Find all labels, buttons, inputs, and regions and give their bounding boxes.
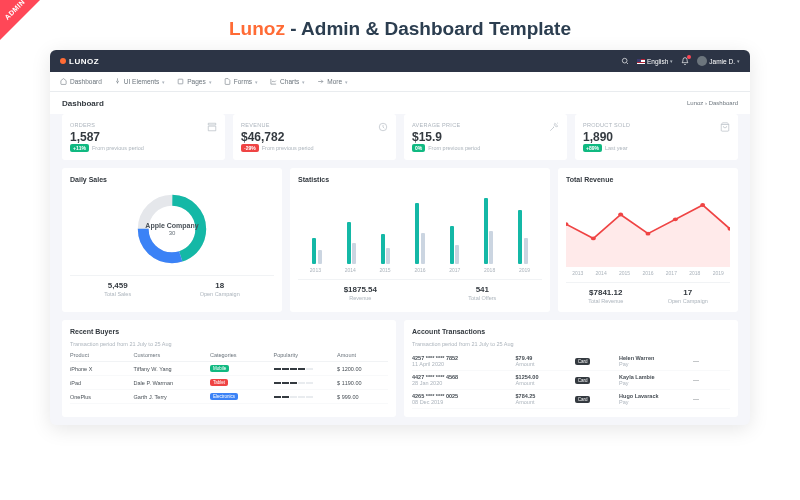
daily-sales-panel: Daily Sales Apple Company30 5,459Total S… xyxy=(62,168,282,312)
table-row[interactable]: 4265 **** **** 002508 Dec 2019$784.25Amo… xyxy=(412,390,730,409)
svg-point-14 xyxy=(700,203,705,207)
hero: Lunoz - Admin & Dashboard Template xyxy=(0,0,800,50)
svg-point-10 xyxy=(591,236,596,240)
nav-forms[interactable]: Forms▾ xyxy=(224,78,258,85)
kpi-card: AVERAGE PRICE $15.9 0%From previous peri… xyxy=(404,114,567,160)
logo[interactable]: LUNOZ xyxy=(60,57,99,66)
kpi-grid: ORDERS 1,587 +11%From previous period RE… xyxy=(50,114,750,168)
change-badge: -29% xyxy=(241,144,259,152)
kpi-icon xyxy=(378,122,388,132)
total-revenue-panel: Total Revenue 20132014201520162017201820… xyxy=(558,168,738,312)
charts-row: Daily Sales Apple Company30 5,459Total S… xyxy=(50,168,750,320)
kpi-icon xyxy=(549,122,559,132)
topbar: LUNOZ English▾ Jamie D.▾ xyxy=(50,50,750,72)
admin-corner-badge: ADMIN xyxy=(0,0,40,40)
app-frame: LUNOZ English▾ Jamie D.▾ Dashboard UI El… xyxy=(50,50,750,425)
nav-pages[interactable]: Pages▾ xyxy=(177,78,211,85)
recent-buyers-panel: Recent Buyers Transaction period from 21… xyxy=(62,320,396,417)
table-row[interactable]: iPhone XTiffany W. YangMobile$ 1200.00 xyxy=(70,362,388,376)
breadcrumb-path: Lunoz › Dashboard xyxy=(687,100,738,106)
nav-ui-elements[interactable]: UI Elements▾ xyxy=(114,78,165,85)
statistics-panel: Statistics 2013201420152016201720182019 … xyxy=(290,168,550,312)
kpi-icon xyxy=(720,122,730,132)
kpi-icon xyxy=(207,122,217,132)
nav-charts[interactable]: Charts▾ xyxy=(270,78,305,85)
svg-point-0 xyxy=(622,58,627,63)
notifications-button[interactable] xyxy=(681,57,689,66)
main-nav: Dashboard UI Elements▾ Pages▾ Forms▾ Cha… xyxy=(50,72,750,92)
svg-rect-3 xyxy=(178,79,183,84)
flag-icon xyxy=(637,59,645,64)
user-menu[interactable]: Jamie D.▾ xyxy=(697,56,740,66)
svg-point-11 xyxy=(618,213,623,217)
page-title: Lunoz - Admin & Dashboard Template xyxy=(0,18,800,40)
kpi-card: ORDERS 1,587 +11%From previous period xyxy=(62,114,225,160)
table-row[interactable]: iPadDale P. WarmanTablet$ 1190.00 xyxy=(70,376,388,390)
kpi-card: PRODUCT SOLD 1,890 +89%Last year xyxy=(575,114,738,160)
change-badge: +11% xyxy=(70,144,89,152)
svg-line-1 xyxy=(627,63,628,64)
svg-point-13 xyxy=(673,217,678,221)
table-row[interactable]: 4427 **** **** 456828 Jan 2020$1254.00Am… xyxy=(412,371,730,390)
change-badge: 0% xyxy=(412,144,425,152)
kpi-card: REVENUE $46,782 -29%From previous period xyxy=(233,114,396,160)
bar-chart xyxy=(298,189,542,264)
section-title: Dashboard xyxy=(62,99,104,108)
tables-row: Recent Buyers Transaction period from 21… xyxy=(50,320,750,425)
table-row[interactable]: 4257 **** **** 785211 April 2020$79.49Am… xyxy=(412,352,730,371)
avatar xyxy=(697,56,707,66)
nav-more[interactable]: More▾ xyxy=(317,78,348,85)
search-icon[interactable] xyxy=(621,57,629,65)
svg-point-12 xyxy=(646,232,651,236)
account-transactions-panel: Account Transactions Transaction period … xyxy=(404,320,738,417)
nav-dashboard[interactable]: Dashboard xyxy=(60,78,102,85)
breadcrumb: Dashboard Lunoz › Dashboard xyxy=(50,92,750,114)
change-badge: +89% xyxy=(583,144,602,152)
language-selector[interactable]: English▾ xyxy=(637,58,673,65)
line-chart xyxy=(566,189,730,267)
table-row[interactable]: OnePlusGarth J. TerryElectronics$ 999.00 xyxy=(70,390,388,404)
